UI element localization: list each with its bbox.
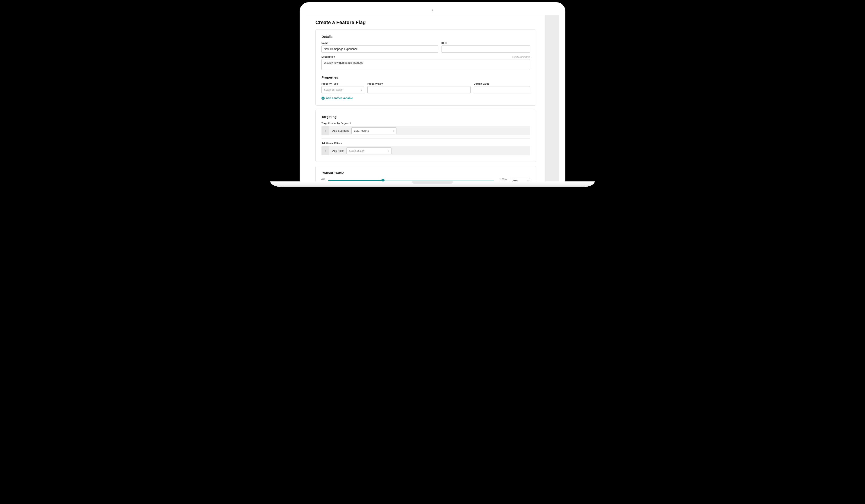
filters-sub-label: Additional Filters xyxy=(321,142,530,144)
name-label: Name xyxy=(321,42,438,44)
property-type-select[interactable]: Select an option xyxy=(321,86,364,93)
rollout-value-stepper[interactable]: 25% ▴ ▾ xyxy=(510,178,530,181)
add-variable-label: Add another variable xyxy=(326,96,353,100)
trackpad-notch xyxy=(412,181,453,184)
slider-thumb[interactable] xyxy=(381,179,384,181)
rollout-min: 0% Off xyxy=(321,178,325,181)
rollout-slider[interactable] xyxy=(328,178,494,181)
camera-dot xyxy=(431,10,434,11)
details-heading: Details xyxy=(321,35,530,38)
description-input[interactable] xyxy=(321,59,530,70)
property-key-input[interactable] xyxy=(367,86,471,93)
filter-select[interactable]: Select a filter xyxy=(346,148,392,154)
divider xyxy=(321,138,530,139)
plus-circle-icon: + xyxy=(321,96,325,100)
scrollbar-region[interactable] xyxy=(545,15,559,181)
segment-builder-row: + Add Segment Beta Testers ▾ xyxy=(321,126,530,135)
id-label: ID i xyxy=(441,42,530,44)
segment-select[interactable]: Beta Testers xyxy=(351,127,396,134)
property-key-label: Property Key xyxy=(367,82,471,85)
name-input[interactable] xyxy=(321,46,438,53)
filter-builder-row: + Add Filter Select a filter ▾ xyxy=(321,146,530,155)
add-segment-label: Add Segment xyxy=(329,129,351,132)
laptop-base xyxy=(270,181,595,187)
description-char-count: 27/300 characters xyxy=(512,56,530,58)
property-type-label: Property Type xyxy=(321,82,364,85)
details-panel: Details Name ID i xyxy=(315,30,536,106)
add-filter-label: Add Filter xyxy=(329,149,346,152)
page-title: Create a Feature Flag xyxy=(315,20,536,25)
page-content: Create a Feature Flag Details Name ID i xyxy=(306,15,545,181)
info-icon[interactable]: i xyxy=(445,42,447,44)
laptop-frame: Create a Feature Flag Details Name ID i xyxy=(300,2,565,181)
add-variable-button[interactable]: + Add another variable xyxy=(321,96,353,100)
rollout-heading: Rollout Traffic xyxy=(321,171,530,175)
app-screen: Create a Feature Flag Details Name ID i xyxy=(306,15,559,181)
properties-heading: Properties xyxy=(321,75,530,79)
rollout-value: 25% xyxy=(512,179,528,181)
targeting-panel: Targeting Target Users by Segment + Add … xyxy=(315,110,536,162)
targeting-heading: Targeting xyxy=(321,115,530,119)
segment-sub-label: Target Users by Segment xyxy=(321,122,530,125)
id-input[interactable] xyxy=(441,46,530,53)
rollout-panel: Rollout Traffic 0% Off 100% Everyone xyxy=(315,166,536,181)
default-value-input[interactable] xyxy=(474,86,530,93)
rollout-max-pct: 100% xyxy=(500,178,507,181)
rollout-min-pct: 0% xyxy=(321,178,325,181)
default-value-label: Default Value xyxy=(474,82,530,85)
description-label: Description xyxy=(321,55,335,58)
stepper-arrows[interactable]: ▴ ▾ xyxy=(528,179,529,181)
rollout-max: 100% Everyone xyxy=(497,178,507,181)
add-segment-plus-button[interactable]: + xyxy=(321,126,329,135)
stepper-up-icon[interactable]: ▴ xyxy=(528,179,529,181)
add-filter-plus-button[interactable]: + xyxy=(321,146,329,155)
slider-track-fill xyxy=(328,180,383,181)
